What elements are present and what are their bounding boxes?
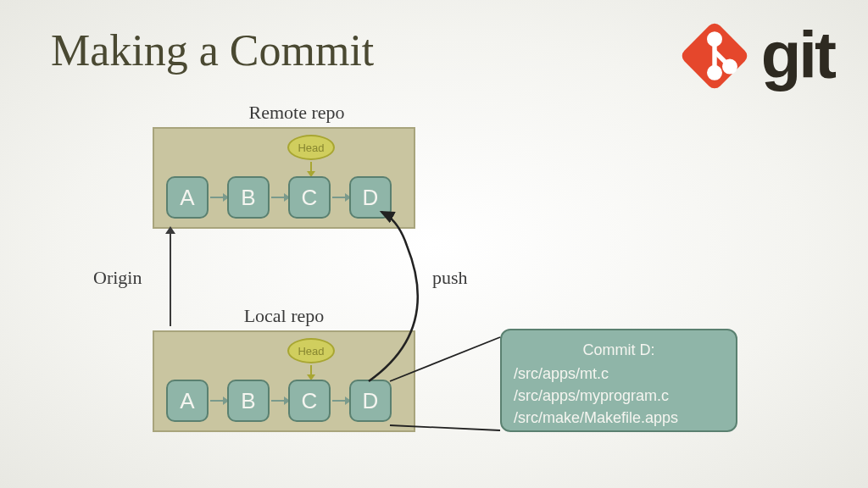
commit-file: /src/apps/myprogram.c xyxy=(514,385,724,407)
arrow-icon xyxy=(210,197,224,198)
local-head-arrow xyxy=(310,365,312,375)
commit-detail-title: Commit D: xyxy=(514,339,724,361)
local-commit-d: D xyxy=(349,380,392,422)
remote-commit-a: A xyxy=(166,176,209,219)
origin-arrow xyxy=(170,233,171,326)
remote-commit-c: C xyxy=(288,176,331,219)
git-logo-text: git xyxy=(761,17,834,94)
remote-commit-b: B xyxy=(227,176,270,219)
diagram-area: Remote repo Head A B C D Origin push Loc… xyxy=(127,93,763,474)
local-repo-label: Local repo xyxy=(199,305,369,327)
arrow-icon xyxy=(271,400,285,402)
remote-head-oval: Head xyxy=(287,135,335,160)
local-repo-box: Head A B C D xyxy=(153,330,415,432)
git-icon xyxy=(676,18,753,94)
svg-point-3 xyxy=(709,33,720,44)
push-label: push xyxy=(432,267,468,289)
git-logo: git xyxy=(676,17,834,94)
svg-point-5 xyxy=(724,61,735,72)
local-commit-b: B xyxy=(227,380,270,422)
local-head-oval: Head xyxy=(287,338,335,363)
remote-repo-label: Remote repo xyxy=(212,102,381,124)
commit-file: /src/make/Makefile.apps xyxy=(514,407,724,429)
slide-title: Making a Commit xyxy=(51,25,374,75)
origin-label: Origin xyxy=(93,267,142,289)
svg-point-4 xyxy=(709,67,720,78)
local-commit-c: C xyxy=(288,380,331,422)
commit-file: /src/apps/mt.c xyxy=(514,363,724,385)
remote-repo-box: Head A B C D xyxy=(153,127,415,229)
remote-commit-d: D xyxy=(349,176,392,219)
commit-detail-box: Commit D: /src/apps/mt.c /src/apps/mypro… xyxy=(500,329,737,432)
arrow-icon xyxy=(332,400,346,402)
local-commit-a: A xyxy=(166,380,209,422)
arrow-icon xyxy=(210,400,224,402)
remote-head-arrow xyxy=(310,162,312,172)
arrow-icon xyxy=(332,197,346,198)
arrow-icon xyxy=(271,197,285,198)
